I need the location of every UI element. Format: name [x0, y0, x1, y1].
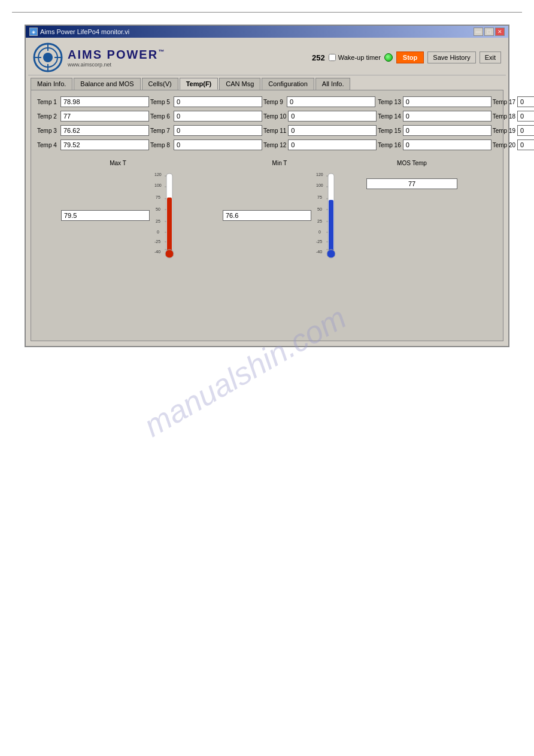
maximize-button[interactable]: □	[484, 28, 494, 36]
window-body: AIMS POWER™ www.aimscorp.net 252 Wake-up…	[26, 38, 508, 346]
temp-input-9[interactable]	[287, 96, 375, 107]
temp-input-18[interactable]	[517, 111, 534, 122]
tab-configuration[interactable]: Configuration	[262, 78, 314, 90]
temp-input-17[interactable]	[517, 96, 534, 107]
temp-input-7[interactable]	[174, 125, 262, 136]
svg-text:75: 75	[156, 195, 160, 199]
temp-input-5[interactable]	[174, 96, 262, 107]
min-temp-group: Min T 120 100 75 50 25 0	[223, 160, 336, 262]
svg-text:-40: -40	[316, 250, 322, 254]
svg-text:-25: -25	[316, 239, 322, 244]
temp-label-8: Temp 8	[150, 142, 172, 148]
svg-text:75: 75	[317, 195, 322, 199]
svg-rect-35	[329, 200, 333, 251]
temp-cell-1: Temp 1	[37, 96, 149, 107]
svg-text:25: 25	[317, 219, 322, 223]
tabs-bar: Main Info. Balance and MOS Cells(V) Temp…	[28, 75, 506, 90]
temp-input-20[interactable]	[517, 139, 534, 150]
temp-label-6: Temp 6	[150, 113, 172, 120]
close-button[interactable]: ✕	[495, 28, 505, 36]
temp-input-4[interactable]	[60, 139, 149, 150]
temp-input-6[interactable]	[174, 111, 262, 122]
temp-input-15[interactable]	[403, 125, 491, 136]
temp-label-15: Temp 15	[378, 127, 400, 134]
save-history-button[interactable]: Save History	[427, 51, 475, 63]
temp-cell-12: Temp 12	[263, 139, 377, 150]
temp-cell-5: Temp 5	[150, 96, 262, 107]
temp-input-13[interactable]	[403, 96, 491, 107]
min-temp-value[interactable]	[223, 210, 311, 221]
temp-label-17: Temp 17	[493, 99, 515, 105]
exit-button[interactable]: Exit	[480, 51, 501, 63]
mos-temp-value[interactable]	[366, 178, 457, 189]
svg-text:0: 0	[157, 230, 159, 234]
temp-input-2[interactable]	[60, 111, 149, 122]
temp-input-14[interactable]	[403, 111, 491, 122]
wake-up-checkbox[interactable]	[329, 54, 336, 61]
stop-button[interactable]: Stop	[396, 51, 424, 63]
temp-cell-20: Temp 20	[493, 139, 534, 150]
temp-cell-4: Temp 4	[37, 139, 149, 150]
svg-text:50: 50	[156, 207, 160, 211]
tab-can-msg[interactable]: CAN Msg	[219, 78, 260, 90]
minimize-button[interactable]: —	[474, 28, 483, 36]
app-icon: ◈	[29, 28, 38, 36]
max-temp-thermometer: 120 100 75 50 25 0 -25 -40	[153, 169, 175, 262]
svg-rect-16	[167, 198, 172, 251]
max-temp-group: Max T 120 100 75 50 25 0	[61, 160, 175, 262]
temp-input-10[interactable]	[288, 111, 377, 122]
counter-display: 252	[312, 53, 325, 62]
temp-label-11: Temp 11	[263, 127, 286, 134]
temp-label-20: Temp 20	[493, 142, 515, 148]
min-temp-thermometer: 120 100 75 50 25 0 -25 -40	[315, 169, 336, 262]
logo-website: www.aimscorp.net	[68, 62, 165, 68]
svg-text:100: 100	[154, 183, 162, 187]
tab-temp-f[interactable]: Temp(F)	[180, 78, 219, 90]
temp-cell-7: Temp 7	[150, 125, 262, 136]
tab-main-info[interactable]: Main Info.	[31, 78, 72, 90]
trademark: ™	[158, 48, 165, 55]
temp-label-16: Temp 16	[378, 142, 400, 148]
temp-cell-13: Temp 13	[378, 96, 491, 107]
temp-input-3[interactable]	[60, 125, 149, 136]
max-temp-value[interactable]	[61, 210, 150, 221]
window-frame: ◈ Aims Power LifePo4 monitor.vi — □ ✕	[25, 25, 509, 347]
tab-balance-mos[interactable]: Balance and MOS	[74, 78, 140, 90]
logo-text: AIMS POWER™ www.aimscorp.net	[68, 48, 165, 68]
temp-input-11[interactable]	[288, 125, 377, 136]
temp-label-10: Temp 10	[263, 113, 286, 120]
counter-value: 252	[312, 53, 325, 62]
header-area: AIMS POWER™ www.aimscorp.net 252 Wake-up…	[28, 40, 506, 75]
mos-temp-group: MOS Temp	[366, 160, 457, 189]
svg-text:120: 120	[316, 172, 323, 177]
temp-input-19[interactable]	[517, 125, 534, 136]
temp-label-13: Temp 13	[378, 99, 400, 105]
svg-text:100: 100	[316, 183, 323, 187]
svg-text:-25: -25	[154, 239, 160, 244]
temp-label-2: Temp 2	[37, 113, 59, 120]
temp-cell-18: Temp 18	[493, 111, 534, 122]
title-bar: ◈ Aims Power LifePo4 monitor.vi — □ ✕	[26, 26, 508, 38]
temp-cell-15: Temp 15	[378, 125, 491, 136]
svg-text:25: 25	[156, 219, 160, 223]
temp-input-8[interactable]	[174, 139, 262, 150]
svg-text:120: 120	[154, 172, 162, 177]
top-divider	[12, 12, 522, 13]
tab-all-info[interactable]: All Info.	[315, 78, 351, 90]
page-wrapper: ◈ Aims Power LifePo4 monitor.vi — □ ✕	[0, 0, 534, 756]
header-controls: 252 Wake-up timer Stop Save History Exit	[312, 51, 501, 63]
temp-label-12: Temp 12	[263, 142, 286, 148]
temp-input-1[interactable]	[60, 96, 149, 107]
temp-cell-3: Temp 3	[37, 125, 149, 136]
temp-label-3: Temp 3	[37, 127, 59, 134]
temp-input-16[interactable]	[403, 139, 491, 150]
title-bar-left: ◈ Aims Power LifePo4 monitor.vi	[29, 28, 129, 36]
temp-cell-16: Temp 16	[378, 139, 491, 150]
mos-temp-title: MOS Temp	[397, 160, 427, 166]
max-temp-title: Max T	[110, 160, 126, 166]
logo-section: AIMS POWER™ www.aimscorp.net	[33, 42, 165, 72]
tab-cells-v[interactable]: Cells(V)	[142, 78, 178, 90]
wake-up-section: Wake-up timer	[329, 54, 381, 61]
temp-input-12[interactable]	[288, 139, 377, 150]
svg-text:-40: -40	[154, 250, 160, 254]
